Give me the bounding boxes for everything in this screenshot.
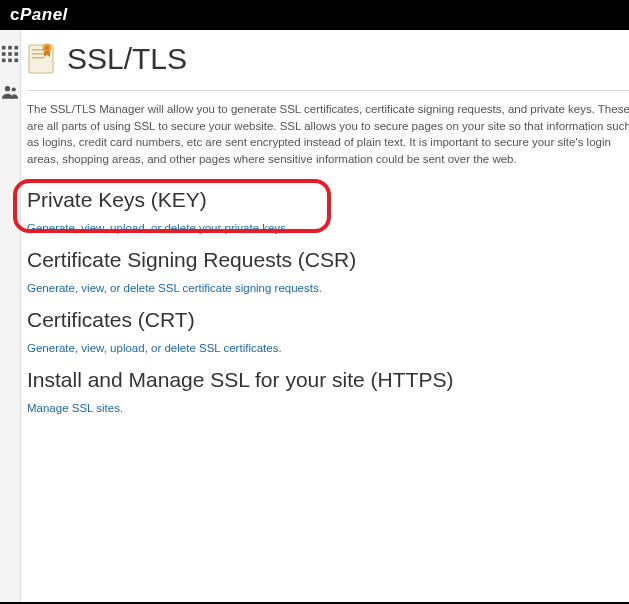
section-csr: Certificate Signing Requests (CSR) Gener… [21, 246, 629, 306]
page-header: SSL/TLS [27, 42, 629, 91]
svg-rect-14 [32, 57, 44, 59]
manage-ssl-link[interactable]: Manage SSL sites. [27, 402, 123, 414]
svg-rect-4 [8, 52, 12, 56]
main-content: SSL/TLS The SSL/TLS Manager will allow y… [21, 30, 629, 604]
csr-link[interactable]: Generate, view, or delete SSL certificat… [27, 282, 322, 294]
topbar: cPanel [0, 0, 629, 30]
section-install-ssl: Install and Manage SSL for your site (HT… [21, 366, 629, 426]
grid-icon[interactable] [0, 44, 20, 64]
svg-rect-1 [8, 46, 12, 50]
section-title: Private Keys (KEY) [27, 188, 629, 212]
svg-point-16 [45, 46, 49, 50]
svg-rect-6 [2, 59, 6, 63]
container: SSL/TLS The SSL/TLS Manager will allow y… [0, 30, 629, 604]
svg-rect-0 [2, 46, 6, 50]
sidebar [0, 30, 21, 604]
svg-rect-5 [15, 52, 19, 56]
svg-point-9 [5, 86, 10, 91]
page-title: SSL/TLS [67, 42, 187, 76]
private-keys-link[interactable]: Generate, view, upload, or delete your p… [27, 222, 289, 234]
svg-rect-2 [15, 46, 19, 50]
svg-point-10 [12, 87, 16, 91]
svg-rect-7 [8, 59, 12, 63]
brand-logo: cPanel [10, 5, 68, 25]
crt-link[interactable]: Generate, view, upload, or delete SSL ce… [27, 342, 282, 354]
section-title: Install and Manage SSL for your site (HT… [27, 368, 629, 392]
svg-rect-3 [2, 52, 6, 56]
section-title: Certificate Signing Requests (CSR) [27, 248, 629, 272]
svg-rect-8 [15, 59, 19, 63]
section-crt: Certificates (CRT) Generate, view, uploa… [21, 306, 629, 366]
users-icon[interactable] [0, 82, 20, 102]
intro-text: The SSL/TLS Manager will allow you to ge… [21, 91, 629, 186]
certificate-icon [27, 42, 55, 76]
section-private-keys: Private Keys (KEY) Generate, view, uploa… [21, 186, 629, 246]
section-title: Certificates (CRT) [27, 308, 629, 332]
